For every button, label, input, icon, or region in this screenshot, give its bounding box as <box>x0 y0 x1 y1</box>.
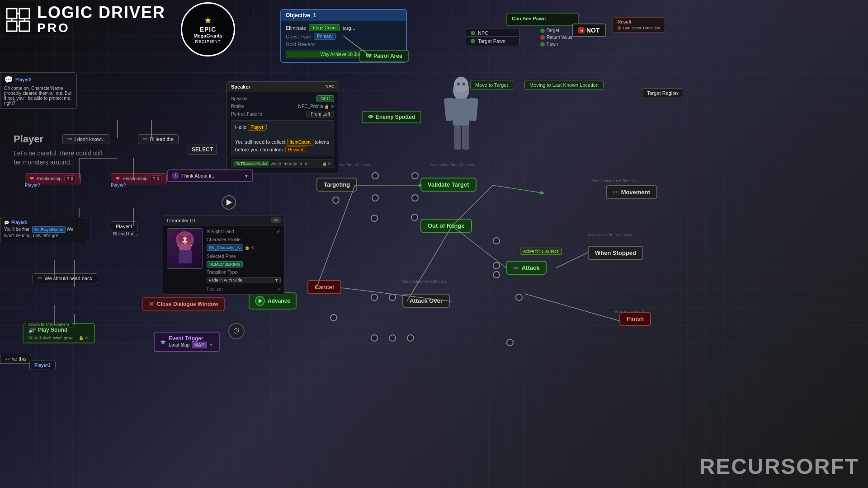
sm-connector-9 <box>371 294 378 301</box>
sm-connector-18 <box>411 214 418 221</box>
character-panel: Character ID ⚙ Is Right Hand ✓ <box>163 215 285 295</box>
svg-rect-24 <box>19 21 29 31</box>
svg-point-45 <box>457 83 460 86</box>
target-region-node: Target Region <box>642 88 683 98</box>
was-active-label-attack: Was Active for 0.00 secs <box>402 279 447 284</box>
was-active-label-00b: Was Active for 0.00 secs <box>588 233 632 237</box>
play-button-1[interactable] <box>222 195 236 210</box>
epic-badge: ★ EPIC MegaGrants RECIPIENT <box>181 2 235 56</box>
svg-rect-42 <box>454 125 461 150</box>
when-stopped-node: When Stopped <box>588 246 643 260</box>
history-button[interactable]: ⏱ <box>228 323 245 339</box>
dialogue-editor-title: Speaker NPC <box>226 82 339 92</box>
get-player-name-tag: GetPlayerName <box>32 226 66 233</box>
was-active-label-2: Was Active for 0.00 secs <box>429 163 474 167</box>
result-outputs: Target Return Value Pawn <box>540 28 573 47</box>
sm-connector-13 <box>371 334 378 342</box>
player2-top-node: 💬 Player2 Oh come on, CharacterName prob… <box>0 72 77 109</box>
validate-target-node: Validate Target <box>420 178 476 192</box>
svg-rect-22 <box>19 9 29 19</box>
char-fields: Is Right Hand ✓ Character Profile DK_Cha… <box>207 228 281 291</box>
ve-this-node[interactable]: ≡≡ ve this <box>0 354 31 364</box>
not-gate-node: ◀ NOT <box>572 23 606 37</box>
sm-connector-14 <box>389 334 396 342</box>
sm-connector-17 <box>493 271 500 278</box>
player2-bottom-node: 💬 Player2 You'll be fine, GetPlayerName … <box>0 217 88 242</box>
sm-connector-3 <box>372 194 379 202</box>
was-active-label-03: Was Active for 0.03 secs <box>592 178 637 183</box>
char-panel-header: Character ID ⚙ <box>163 216 284 225</box>
rel-player2-2: Player2 <box>111 183 126 188</box>
logo-area: LOGIC DRIVER PRO <box>5 5 165 35</box>
sm-connector-5 <box>332 197 340 204</box>
targeting-node: Targeting <box>316 178 357 192</box>
cancel-node: Cancel <box>307 280 341 294</box>
active-for-label: Active for 1.35 secs <box>520 248 562 255</box>
player1-choice[interactable]: Player1 <box>111 221 137 231</box>
sm-connector-4 <box>411 194 419 202</box>
dialogue-editor-panel: Speaker NPC Speaker NPC Profile NPC_Prof… <box>226 81 339 174</box>
logo-subtitle: PRO <box>37 21 165 35</box>
svg-rect-21 <box>7 9 17 19</box>
target-pawn-selector[interactable]: Target Pawn <box>466 36 520 46</box>
think-dropdown[interactable]: ! Think About it... ▼ <box>167 169 253 182</box>
svg-rect-23 <box>7 21 17 31</box>
watermark: RECURSORFT <box>699 454 859 479</box>
player2-top-label: Player2 <box>15 77 32 82</box>
close-dialogue-button[interactable]: ✕ Close Dialogue Window <box>142 297 225 311</box>
can-see-pawn-node: Can See Pawn <box>506 13 579 26</box>
character-avatar <box>167 228 203 269</box>
player2-top-text: Oh come on, CharacterName probably clear… <box>4 86 73 106</box>
sm-connector-15 <box>407 334 414 342</box>
choice-ill-lead[interactable]: ≡≡ I'll lead the <box>138 134 179 144</box>
patrol-area-node[interactable]: 🗺 Patrol Area <box>359 50 409 62</box>
rel-player2-1: Player2 <box>25 183 40 188</box>
ill-lead-choice: I'll lead the... <box>113 231 138 236</box>
svg-point-46 <box>462 83 465 86</box>
out-of-range-node: Out of Range <box>420 219 472 233</box>
we-should-head-back-node[interactable]: ≡≡ We should head back <box>33 273 97 283</box>
player1-label: Player1 <box>116 224 132 229</box>
svg-point-36 <box>179 235 183 242</box>
player1-bottom-node: Player1 <box>29 361 56 370</box>
epic-line3: RECIPIENT <box>195 39 221 44</box>
sm-connector-2 <box>411 172 419 179</box>
player-description: Let's be careful, there could still be m… <box>14 149 104 167</box>
moving-last-known-node: Moving to Last Known Location <box>524 80 604 90</box>
result-node: Result Can Enter Transition <box>613 17 665 33</box>
sm-connector-7 <box>493 237 500 244</box>
sm-connector-1 <box>372 172 379 179</box>
advance-button[interactable]: Advance <box>249 292 297 310</box>
objective-title: Objective_1 <box>281 10 406 21</box>
audio-row: TaTSponte Audio voice_female_a_v 🔒 ⚙ <box>231 159 334 168</box>
enemy-spotted-node[interactable]: 👁 Enemy Spotted <box>362 111 421 123</box>
sm-connector-8 <box>493 262 500 269</box>
player-label: Player <box>14 133 43 145</box>
logo-text: LOGIC DRIVER PRO <box>37 5 165 35</box>
sm-connector-6 <box>371 215 378 222</box>
attack-over-node: Attack Over <box>402 294 450 308</box>
logic-driver-icon <box>5 6 32 33</box>
player2-name: Player2 <box>11 220 28 225</box>
sm-connector-10 <box>389 294 396 301</box>
event-trigger-node: ★ Event Trigger Load Map MAP ▼ <box>154 332 220 352</box>
sm-connector-12 <box>330 314 337 321</box>
choice-dont-know[interactable]: ≡≡ I don't know... <box>62 134 109 144</box>
epic-line2: MegaGrants <box>193 33 222 38</box>
dialogue-text-content: Hello Player! You still need to collect … <box>231 120 334 156</box>
finish-node: Finish <box>619 312 651 326</box>
epic-star: ★ <box>204 15 212 26</box>
sm-connector-16 <box>506 339 514 346</box>
epic-line1: EPIC <box>200 26 217 33</box>
svg-rect-43 <box>462 125 469 150</box>
movement-node: ≡≡ Movement <box>606 185 657 199</box>
svg-rect-39 <box>453 99 469 126</box>
move-to-target-node: Move to Target <box>470 80 513 90</box>
svg-rect-32 <box>179 250 192 263</box>
allows-movement-note: Allows brief movement <box>25 321 72 328</box>
svg-point-37 <box>187 235 191 242</box>
sm-connector-11 <box>515 294 523 301</box>
logo-title: LOGIC DRIVER <box>37 5 165 21</box>
select-label: SELECT <box>188 145 217 155</box>
attack-node: ≡≡ Attack <box>506 261 547 275</box>
